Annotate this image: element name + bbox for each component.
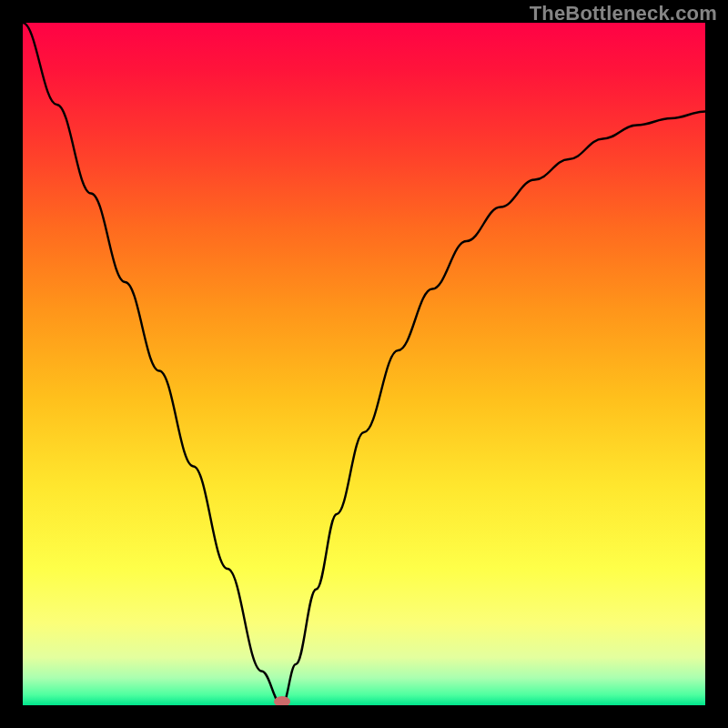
chart-background bbox=[23, 23, 705, 705]
chart-svg bbox=[23, 23, 705, 705]
watermark-text: TheBottleneck.com bbox=[530, 2, 717, 25]
chart-frame: TheBottleneck.com bbox=[0, 0, 728, 728]
chart-plot-area bbox=[23, 23, 705, 705]
